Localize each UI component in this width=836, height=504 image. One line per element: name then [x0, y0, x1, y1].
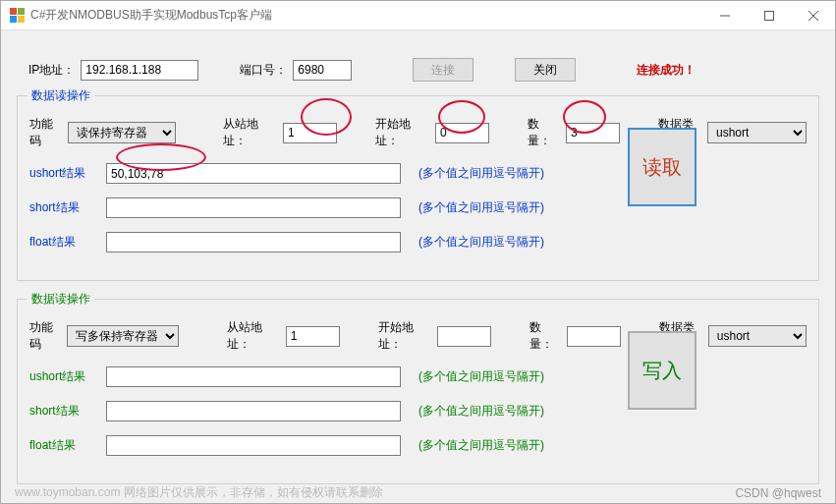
read-func-select[interactable]: 读保持寄存器 [68, 122, 176, 143]
footer-right: CSDN @hqwest [735, 486, 821, 500]
read-group-title: 数据读操作 [28, 87, 94, 104]
write-ushort-input[interactable] [106, 366, 401, 387]
ip-label: IP地址： [28, 62, 75, 79]
write-group: 数据读操作 功能码 写多保持寄存器 从站地址： 开始地址： 数量： 数据类型 u… [17, 299, 819, 484]
footer: www.toymoban.com 网络图片仅供展示，非存储，如有侵权请联系删除 … [1, 484, 835, 501]
read-type-select[interactable]: ushort [707, 122, 807, 143]
write-slave-label: 从站地址： [227, 319, 280, 353]
port-input[interactable] [293, 60, 352, 81]
read-short-label: short结果 [29, 199, 106, 216]
read-short-input[interactable] [106, 197, 401, 218]
app-icon [9, 8, 25, 24]
read-short-hint: (多个值之间用逗号隔开) [418, 199, 544, 216]
ip-input[interactable] [81, 60, 198, 81]
read-start-label: 开始地址： [375, 116, 429, 149]
write-count-label: 数量： [529, 319, 561, 353]
app-window: C#开发NMODBUS助手实现ModbusTcp客户端 IP地址： 端口号： 连… [0, 0, 836, 504]
read-button[interactable]: 读取 [628, 128, 697, 206]
window-controls [702, 1, 835, 29]
connection-status: 连接成功！ [637, 62, 696, 79]
maximize-button[interactable] [747, 1, 791, 29]
svg-rect-1 [764, 11, 773, 20]
port-label: 端口号： [240, 62, 287, 79]
disconnect-button[interactable]: 关闭 [515, 58, 576, 82]
write-count-input[interactable] [567, 326, 621, 347]
write-float-row: float结果 (多个值之间用逗号隔开) [29, 435, 807, 456]
write-float-input[interactable] [106, 435, 401, 456]
write-type-select[interactable]: ushort [708, 325, 807, 347]
read-float-row: float结果 (多个值之间用逗号隔开) [29, 232, 807, 252]
read-float-input[interactable] [106, 232, 401, 252]
read-start-input[interactable] [435, 123, 489, 143]
read-ushort-hint: (多个值之间用逗号隔开) [418, 165, 544, 182]
read-slave-label: 从站地址： [223, 116, 277, 149]
connect-button[interactable]: 连接 [413, 58, 474, 82]
read-ushort-label: ushort结果 [29, 165, 106, 182]
write-float-label: float结果 [29, 437, 106, 454]
read-float-label: float结果 [29, 234, 106, 251]
write-start-input[interactable] [437, 326, 491, 347]
write-button[interactable]: 写入 [628, 331, 697, 410]
footer-left: www.toymoban.com 网络图片仅供展示，非存储，如有侵权请联系删除 [15, 484, 383, 501]
write-ushort-label: ushort结果 [29, 368, 106, 385]
read-count-input[interactable] [566, 123, 620, 143]
minimize-button[interactable] [702, 1, 747, 29]
write-func-select[interactable]: 写多保持寄存器 [67, 325, 179, 347]
write-slave-input[interactable] [286, 326, 340, 347]
write-group-title: 数据读操作 [28, 291, 94, 308]
read-group: 数据读操作 功能码 读保持寄存器 从站地址： 开始地址： 数量： 数据类型 us… [17, 95, 819, 281]
close-button[interactable] [791, 1, 835, 29]
connection-row: IP地址： 端口号： 连接 关闭 连接成功！ [28, 58, 819, 82]
write-short-input[interactable] [106, 401, 401, 421]
write-short-hint: (多个值之间用逗号隔开) [418, 403, 544, 420]
write-float-hint: (多个值之间用逗号隔开) [418, 437, 544, 454]
write-ushort-hint: (多个值之间用逗号隔开) [418, 368, 544, 385]
read-func-label: 功能码 [29, 116, 62, 149]
write-func-label: 功能码 [29, 319, 61, 353]
write-short-label: short结果 [29, 403, 106, 420]
read-count-label: 数量： [528, 116, 560, 149]
read-ushort-input[interactable] [106, 163, 401, 184]
read-slave-input[interactable] [283, 123, 337, 143]
titlebar: C#开发NMODBUS助手实现ModbusTcp客户端 [1, 1, 835, 30]
read-float-hint: (多个值之间用逗号隔开) [418, 234, 544, 251]
client-area: IP地址： 端口号： 连接 关闭 连接成功！ 数据读操作 功能码 读保持寄存器 … [1, 30, 835, 503]
window-title: C#开发NMODBUS助手实现ModbusTcp客户端 [30, 7, 272, 24]
write-start-label: 开始地址： [378, 319, 431, 353]
